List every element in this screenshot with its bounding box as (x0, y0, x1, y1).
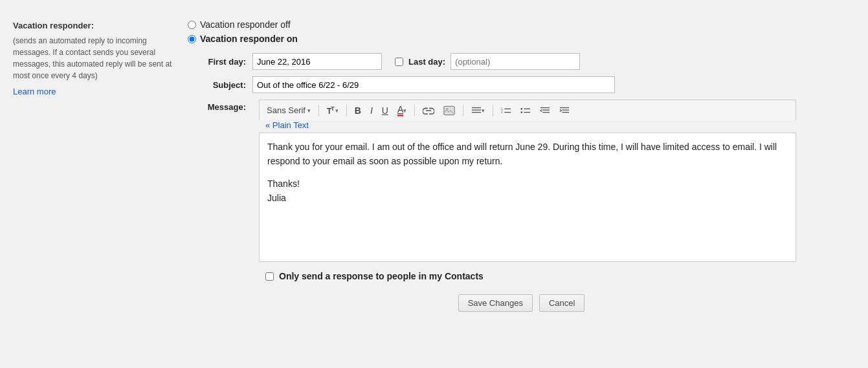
indent-less-icon (540, 106, 550, 115)
subject-row: Subject: (188, 76, 855, 93)
save-changes-button[interactable]: Save Changes (458, 294, 533, 312)
align-icon (471, 106, 482, 115)
svg-point-11 (521, 111, 523, 113)
indent-more-icon (559, 106, 570, 115)
font-size-chevron: ▾ (335, 107, 339, 114)
image-button[interactable] (440, 104, 458, 117)
vacation-off-label[interactable]: Vacation responder off (200, 19, 291, 30)
message-toolbar: Sans Serif ▾ TT ▾ B I U A ▾ (259, 100, 796, 120)
underline-button[interactable]: U (379, 104, 392, 117)
vacation-on-radio[interactable] (188, 35, 196, 43)
toolbar-divider-4 (463, 105, 463, 116)
font-family-chevron: ▾ (307, 107, 311, 114)
toolbar-divider-1 (318, 105, 319, 116)
first-day-input[interactable] (252, 53, 382, 70)
toolbar-divider-2 (346, 105, 347, 116)
bottom-buttons: Save Changes Cancel (188, 294, 855, 318)
numbered-list-icon: 1. 2. (501, 106, 511, 115)
bullet-list-button[interactable] (517, 105, 534, 116)
message-paragraph-2: Thanks! Julia (267, 177, 788, 206)
editor-container: Sans Serif ▾ TT ▾ B I U A ▾ (252, 100, 796, 281)
font-size-icon: TT (327, 105, 334, 116)
left-panel: Vacation responder: (sends an automated … (13, 19, 188, 318)
message-body[interactable]: Thank you for your email. I am out of th… (259, 133, 796, 262)
last-day-checkbox[interactable] (395, 58, 403, 66)
font-color-chevron: ▾ (403, 107, 406, 114)
toolbar-divider-3 (414, 105, 415, 116)
last-day-input[interactable] (451, 53, 580, 70)
only-contacts-row: Only send a response to people in my Con… (259, 271, 796, 281)
indent-more-button[interactable] (556, 105, 573, 116)
message-paragraph-1: Thank you for your email. I am out of th… (267, 140, 788, 169)
italic-button[interactable]: I (367, 104, 376, 117)
first-day-row: First day: Last day: (188, 53, 855, 70)
svg-text:2.: 2. (501, 111, 504, 114)
last-day-group: Last day: (395, 53, 580, 70)
only-contacts-label[interactable]: Only send a response to people in my Con… (279, 271, 484, 281)
toolbar-divider-5 (493, 105, 493, 116)
subject-input[interactable] (252, 76, 615, 93)
subject-label: Subject: (194, 80, 252, 90)
first-day-label: First day: (194, 57, 252, 67)
indent-less-button[interactable] (537, 105, 553, 116)
plain-text-link[interactable]: « Plain Text (259, 120, 796, 130)
main-container: Vacation responder: (sends an automated … (0, 13, 868, 325)
link-icon (423, 107, 434, 114)
align-chevron: ▾ (482, 107, 485, 114)
svg-point-9 (521, 108, 523, 110)
font-family-label: Sans Serif (267, 105, 306, 115)
bullet-list-icon (520, 106, 531, 115)
bold-button[interactable]: B (351, 104, 364, 117)
section-title: Vacation responder: (13, 21, 94, 30)
message-label: Message: (194, 100, 252, 112)
font-family-button[interactable]: Sans Serif ▾ (263, 104, 314, 116)
vacation-on-label[interactable]: Vacation responder on (200, 34, 298, 44)
font-color-button[interactable]: A ▾ (394, 103, 410, 118)
last-day-label: Last day: (408, 57, 445, 67)
cancel-button[interactable]: Cancel (539, 294, 584, 312)
svg-text:1.: 1. (501, 107, 504, 111)
radio-off-row: Vacation responder off (188, 19, 855, 30)
right-panel: Vacation responder off Vacation responde… (188, 19, 855, 318)
align-button[interactable]: ▾ (468, 105, 488, 116)
link-button[interactable] (419, 105, 438, 116)
image-icon (443, 105, 455, 116)
radio-on-row: Vacation responder on (188, 34, 855, 44)
numbered-list-button[interactable]: 1. 2. (498, 105, 515, 116)
section-description: (sends an automated reply to incoming me… (13, 35, 175, 81)
font-size-button[interactable]: TT ▾ (324, 104, 342, 117)
only-contacts-checkbox[interactable] (265, 272, 274, 281)
learn-more-link[interactable]: Learn more (13, 85, 175, 98)
font-color-a-icon: A (397, 104, 403, 116)
vacation-responder-radio-group: Vacation responder off Vacation responde… (188, 19, 855, 44)
message-row: Message: Sans Serif ▾ TT ▾ B I (188, 100, 855, 281)
vacation-off-radio[interactable] (188, 21, 196, 29)
